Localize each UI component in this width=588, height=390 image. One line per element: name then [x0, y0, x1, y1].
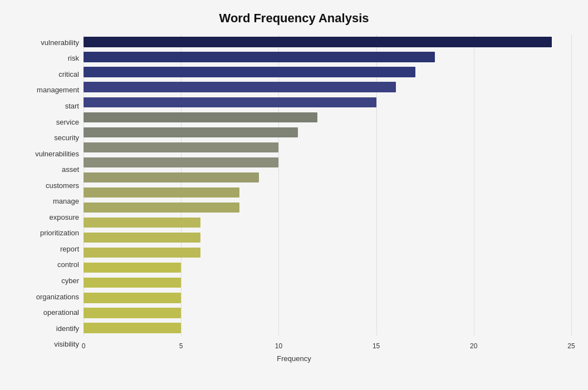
bar: [84, 203, 239, 213]
y-label: cyber: [61, 277, 79, 284]
bar-row: [84, 110, 571, 125]
bar-row: [84, 320, 571, 335]
bar: [84, 112, 317, 122]
y-label: identify: [56, 325, 79, 332]
x-axis-container: 0510152025: [84, 337, 571, 352]
y-label: prioritization: [40, 229, 79, 236]
bar: [84, 293, 181, 303]
bars-area: 0510152025: [84, 34, 571, 352]
x-tick-label: 20: [470, 342, 477, 350]
y-label: visibility: [54, 340, 79, 348]
bar: [84, 97, 376, 107]
x-tick-label: 5: [179, 342, 183, 350]
bar-row: [84, 260, 571, 275]
y-label: security: [54, 134, 79, 141]
bar-row: [84, 305, 571, 320]
bar-row: [84, 245, 571, 260]
bar: [84, 187, 239, 198]
y-label: operational: [43, 309, 79, 316]
bar-row: [84, 290, 571, 305]
bar-row: [84, 34, 571, 50]
bar: [84, 37, 552, 47]
y-label: organizations: [36, 293, 79, 300]
y-label: manage: [53, 198, 79, 205]
bar: [84, 127, 298, 137]
bar: [84, 157, 278, 167]
x-tick-label: 15: [373, 342, 380, 350]
bar: [84, 263, 181, 273]
y-label: exposure: [50, 214, 79, 221]
bar-row: [84, 170, 571, 185]
y-label: critical: [58, 71, 79, 78]
bar-row: [84, 50, 571, 65]
y-label: report: [60, 245, 79, 253]
y-label: control: [57, 261, 79, 268]
bar-row: [84, 80, 571, 95]
bar-row: [84, 215, 571, 230]
bars-wrapper: [84, 34, 571, 335]
x-tick-label: 25: [567, 342, 575, 350]
y-label: risk: [68, 55, 79, 62]
y-label: service: [56, 119, 79, 126]
y-label: start: [65, 102, 79, 110]
x-tick-label: 0: [82, 342, 86, 350]
bar-row: [84, 230, 571, 245]
bar-row: [84, 140, 571, 155]
bar-row: [84, 200, 571, 215]
bar-row: [84, 125, 571, 140]
bar: [84, 323, 181, 333]
bar: [84, 248, 200, 258]
bar: [84, 52, 435, 62]
bar: [84, 142, 278, 152]
x-tick-label: 10: [275, 342, 282, 350]
y-label: vulnerabilities: [35, 150, 79, 157]
bar-row: [84, 185, 571, 200]
y-label: vulnerability: [41, 39, 79, 46]
bar: [84, 218, 200, 228]
bar-row: [84, 95, 571, 110]
y-label: management: [37, 86, 79, 93]
bar: [84, 278, 181, 288]
bar: [84, 67, 415, 77]
chart-container: Word Frequency Analysis vulnerabilityris…: [0, 0, 588, 390]
bar-row: [84, 275, 571, 290]
y-axis-labels: vulnerabilityriskcriticalmanagementstart…: [17, 34, 84, 352]
y-label: asset: [62, 166, 79, 173]
chart-title: Word Frequency Analysis: [17, 11, 571, 26]
bar-row: [84, 65, 571, 80]
bar: [84, 308, 181, 318]
grid-line: [571, 34, 572, 335]
bar: [84, 82, 396, 92]
bar-row: [84, 155, 571, 170]
bar: [84, 233, 200, 243]
x-axis-title: Frequency: [17, 354, 571, 363]
bar: [84, 172, 259, 182]
y-label: customers: [46, 182, 79, 189]
